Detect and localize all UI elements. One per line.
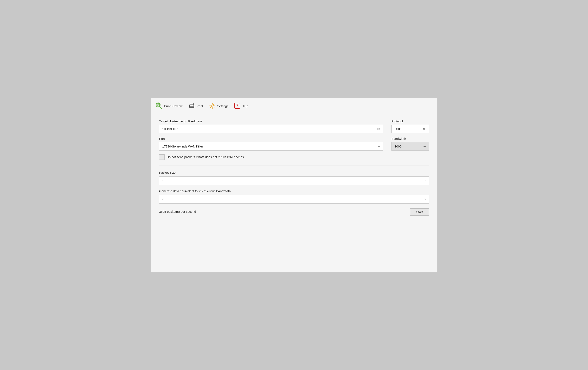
packet-size-slider[interactable]: ‹ › [159,176,429,185]
svg-text:?: ? [236,104,238,108]
packet-size-left-arrow-icon[interactable]: ‹ [162,179,164,183]
packet-size-section: Packet Size ‹ › [159,171,429,185]
svg-line-20 [214,104,214,105]
settings-label: Settings [217,104,228,108]
bandwidth-field-group: Bandwidth 1000 ⤔ [391,137,429,151]
print-preview-icon [155,102,163,110]
svg-line-2 [160,106,162,109]
main-window: Print Preview Print [151,98,437,272]
icmp-checkbox-label: Do not send packets if host does not ret… [167,155,244,159]
help-button[interactable]: ? Help [234,103,248,109]
generate-data-right-arrow-icon[interactable]: › [424,197,426,201]
target-value: 10.199.10.1 [162,127,179,131]
target-select[interactable]: 10.199.10.1 ⤔ [159,125,383,133]
bandwidth-value: 1000 [395,145,401,148]
svg-line-18 [210,104,211,105]
generate-data-slider[interactable]: ‹ › [159,195,429,204]
print-preview-button[interactable]: Print Preview [155,102,182,110]
content-area: Target Hostname or IP Address 10.199.10.… [151,113,437,222]
bandwidth-chevron-icon: ⤔ [423,144,426,148]
print-preview-label: Print Preview [164,104,182,108]
protocol-field-group: Protocol UDP ⤔ [391,119,429,133]
section-divider [159,166,429,166]
port-field-group: Port 17790-Solarwinds WAN Killer ⤔ [159,137,383,151]
port-bandwidth-row: Port 17790-Solarwinds WAN Killer ⤔ Bandw… [159,137,429,151]
help-label: Help [242,104,248,108]
protocol-select[interactable]: UDP ⤔ [391,125,429,133]
generate-data-left-arrow-icon[interactable]: ‹ [162,197,164,201]
generate-data-section: Generate data equivalent to x% of circui… [159,189,429,204]
packet-size-label: Packet Size [159,171,429,174]
protocol-value: UDP [395,127,401,131]
target-chevron-icon: ⤔ [377,127,380,131]
svg-line-19 [214,107,214,108]
toolbar: Print Preview Print [151,98,437,113]
target-label: Target Hostname or IP Address [159,119,383,123]
svg-line-21 [210,107,211,108]
bandwidth-label: Bandwidth [391,137,429,140]
packets-info: 3525 packet(s) per second [159,210,410,213]
target-protocol-row: Target Hostname or IP Address 10.199.10.… [159,119,429,133]
protocol-label: Protocol [391,119,429,123]
svg-point-12 [193,105,194,106]
help-icon: ? [234,103,240,109]
protocol-chevron-icon: ⤔ [423,127,426,131]
print-button[interactable]: Print [188,102,203,110]
print-icon [188,102,195,110]
port-value: 17790-Solarwinds WAN Killer [162,145,203,148]
port-label: Port [159,137,383,140]
svg-point-13 [211,105,213,107]
settings-icon [209,102,216,110]
settings-button[interactable]: Settings [209,102,228,110]
icmp-checkbox[interactable] [159,154,165,160]
generate-data-label: Generate data equivalent to x% of circui… [159,189,429,193]
bottom-row: 3525 packet(s) per second Start [159,208,429,216]
target-field-group: Target Hostname or IP Address 10.199.10.… [159,119,383,133]
print-label: Print [197,104,203,108]
port-chevron-icon: ⤔ [377,144,380,148]
start-button[interactable]: Start [410,208,429,216]
icmp-checkbox-row: Do not send packets if host does not ret… [159,154,429,160]
packet-size-right-arrow-icon[interactable]: › [424,179,426,183]
port-select[interactable]: 17790-Solarwinds WAN Killer ⤔ [159,142,383,151]
bandwidth-select[interactable]: 1000 ⤔ [391,142,429,151]
